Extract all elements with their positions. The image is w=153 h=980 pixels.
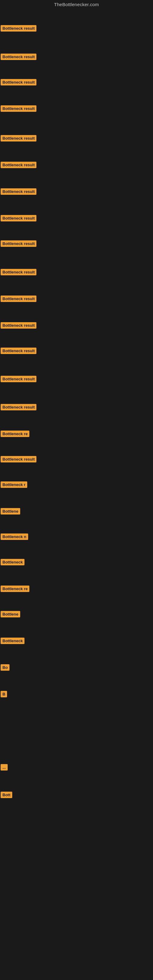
bottleneck-label-22: Bottleneck re — [1, 585, 29, 592]
bottleneck-label-28: ... — [1, 764, 8, 770]
bottleneck-label-12: Bottleneck result — [1, 322, 37, 329]
bottleneck-label-3: Bottleneck result — [1, 79, 37, 86]
bottleneck-label-14: Bottleneck result — [1, 376, 37, 382]
bottleneck-label-5: Bottleneck result — [1, 135, 37, 142]
bottleneck-label-26: B — [1, 691, 7, 697]
bottleneck-label-17: Bottleneck result — [1, 456, 37, 463]
bottleneck-label-18: Bottleneck r — [1, 481, 27, 488]
bottleneck-label-2: Bottleneck result — [1, 54, 37, 60]
bottleneck-label-11: Bottleneck result — [1, 296, 37, 302]
site-title: TheBottlenecker.com — [0, 0, 153, 8]
bottleneck-label-16: Bottleneck re — [1, 431, 29, 437]
page-wrapper: TheBottlenecker.com Bottleneck resultBot… — [0, 0, 153, 980]
bottleneck-label-21: Bottleneck — [1, 559, 24, 565]
bottleneck-label-15: Bottleneck result — [1, 404, 37, 410]
bottleneck-label-23: Bottlene — [1, 611, 20, 617]
bottleneck-label-13: Bottleneck result — [1, 348, 37, 354]
bottleneck-label-24: Bottleneck — [1, 638, 24, 644]
bottleneck-label-7: Bottleneck result — [1, 188, 37, 195]
bottleneck-label-20: Bottleneck n — [1, 533, 28, 540]
bottleneck-label-25: Bo — [1, 664, 10, 671]
bottleneck-label-9: Bottleneck result — [1, 240, 37, 247]
bottleneck-label-19: Bottlene — [1, 508, 20, 514]
bottleneck-label-4: Bottleneck result — [1, 105, 37, 112]
bottleneck-label-6: Bottleneck result — [1, 162, 37, 168]
bottleneck-label-29: Bott — [1, 792, 12, 798]
bottleneck-label-8: Bottleneck result — [1, 215, 37, 221]
bottleneck-label-1: Bottleneck result — [1, 25, 37, 32]
bottleneck-label-10: Bottleneck result — [1, 269, 37, 275]
